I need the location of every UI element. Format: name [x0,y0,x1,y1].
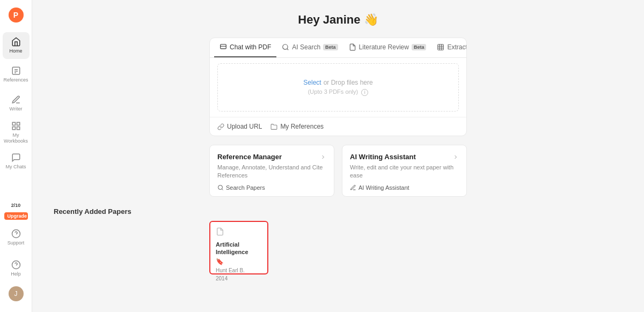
search-papers-label: Search Papers [226,184,265,191]
help-icon [11,260,21,270]
tab-extract-data[interactable]: Extract Data [431,38,467,57]
svg-line-22 [222,189,223,190]
pdf-action-bar: Upload URL My References [210,117,466,136]
svg-rect-4 [12,122,15,125]
pdf-dropzone[interactable]: Select or Drop files here (Upto 3 PDFs o… [217,63,459,112]
folder-icon [270,123,277,130]
ai-search-beta-badge: Beta [323,44,338,50]
sidebar-item-help[interactable]: Help [3,255,30,282]
ai-search-tab-label: AI Search [292,43,320,51]
ai-writing-title: AI Writing Assistant [350,153,416,161]
page-title: Hey Janine 👋 [298,13,378,27]
sidebar-item-home[interactable]: Home [3,32,30,59]
references-icon [11,66,21,76]
tab-literature-review[interactable]: Literature Review Beta [343,38,432,57]
home-icon [11,37,21,47]
usage-counter: 2/10 [11,203,21,208]
paper-card-ai[interactable]: Artificial Intelligence 🔖 Hunt Earl B. 2… [209,221,268,274]
app-logo[interactable]: P [8,6,25,24]
chat-with-pdf-card: Chat with PDF AI Search Beta Literature … [209,38,467,136]
search-tab-icon [282,43,289,51]
recently-added-title: Recently Added Papers [54,207,311,216]
paper-file-icon [216,227,262,237]
svg-rect-6 [12,127,15,129]
sidebar: P Home References Writer My Workbooks [0,0,32,312]
svg-line-15 [287,49,289,50]
select-link[interactable]: Select [303,79,321,86]
papers-grid: Artificial Intelligence 🔖 Hunt Earl B. 2… [209,221,467,274]
dropzone-or-text: or Drop files here [324,79,373,86]
upload-url-label: Upload URL [227,123,262,130]
tab-ai-search[interactable]: AI Search Beta [276,38,343,57]
sidebar-home-label: Home [9,48,22,54]
table-tab-icon [437,43,444,51]
ai-writing-icon [350,184,356,191]
svg-point-21 [218,185,223,189]
chats-icon [11,153,21,162]
sidebar-workbooks-label: My Workbooks [3,132,30,144]
sidebar-item-workbooks[interactable]: My Workbooks [3,119,30,146]
lit-review-tab-label: Literature Review [359,43,409,51]
svg-rect-16 [438,44,444,50]
sidebar-item-support[interactable]: Support [3,224,30,251]
pdf-tab-bar: Chat with PDF AI Search Beta Literature … [210,38,466,58]
sidebar-writer-label: Writer [10,106,23,112]
sidebar-chats-label: My Chats [5,164,26,170]
extract-data-tab-label: Extract Data [447,43,467,51]
support-icon [11,229,21,239]
ai-writing-description: Write, edit and cite your next paper wit… [350,164,459,180]
paper-emoji: 🔖 [216,258,262,265]
ref-manager-description: Manage, Annotate, Understand and Cite Re… [217,164,326,180]
workbooks-icon [11,121,21,131]
upload-url-button[interactable]: Upload URL [217,123,262,130]
paper-year: 2014 [216,276,262,281]
ref-manager-chevron-icon [320,154,326,160]
sidebar-help-label: Help [11,271,21,277]
lit-review-beta-badge: Beta [412,44,427,50]
dropzone-sub-text: (Upto 3 PDFs only) i [308,88,369,96]
logo-icon: P [9,8,24,23]
tab-chat-with-pdf[interactable]: Chat with PDF [214,38,276,57]
ref-manager-title: Reference Manager [217,153,282,161]
chat-tab-icon [219,43,227,51]
sidebar-item-references[interactable]: References [3,61,30,88]
sidebar-bottom: 2/10 Upgrade Support Help J [3,203,30,306]
greeting-emoji: 👋 [364,13,378,26]
svg-rect-5 [17,122,19,125]
upgrade-button[interactable]: Upgrade [4,212,28,220]
sidebar-support-label: Support [8,240,25,246]
reference-manager-card[interactable]: Reference Manager Manage, Annotate, Unde… [209,145,334,197]
link-icon [217,123,224,130]
chat-tab-label: Chat with PDF [230,43,271,51]
ai-writing-chevron-icon [452,154,459,160]
ref-manager-header: Reference Manager [217,153,326,161]
info-icon: i [361,89,368,96]
dropzone-text: Select or Drop files here [303,79,372,86]
ai-writing-link[interactable]: AI Writing Assistant [350,184,459,191]
writer-icon [11,95,21,105]
ai-writing-card[interactable]: AI Writing Assistant Write, edit and cit… [342,145,467,197]
paper-title: Artificial Intelligence [216,241,262,256]
user-avatar[interactable]: J [9,286,24,301]
svg-point-14 [283,44,288,49]
search-papers-link[interactable]: Search Papers [217,184,326,191]
main-content: Hey Janine 👋 Chat with PDF AI Search Bet… [32,0,644,312]
paper-author: Hunt Earl B. [216,268,262,273]
sidebar-references-label: References [3,77,28,83]
sidebar-item-writer[interactable]: Writer [3,90,30,117]
doc-tab-icon [349,43,356,51]
svg-rect-7 [17,127,19,129]
tool-cards-row: Reference Manager Manage, Annotate, Unde… [209,145,467,197]
ai-writing-link-label: AI Writing Assistant [358,184,409,191]
search-papers-icon [217,184,224,191]
my-references-button[interactable]: My References [270,123,324,130]
ai-writing-header: AI Writing Assistant [350,153,459,161]
my-references-label: My References [280,123,324,130]
sidebar-item-chats[interactable]: My Chats [3,148,30,175]
